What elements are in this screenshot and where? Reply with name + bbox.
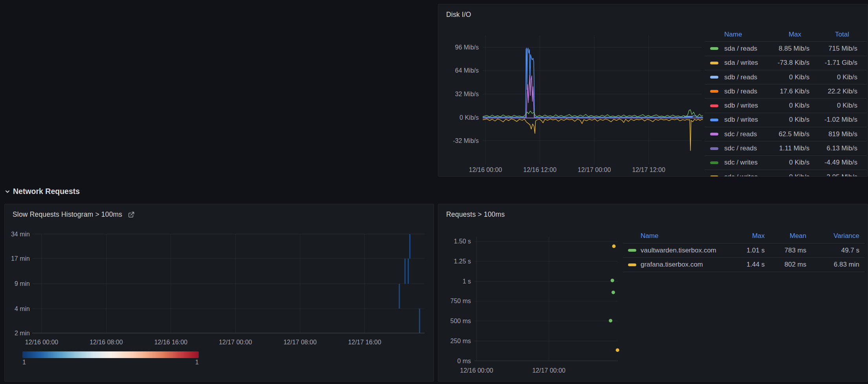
chevron-down-icon bbox=[5, 189, 10, 194]
series-color-swatch bbox=[710, 104, 718, 107]
legend-swatch-spacer bbox=[628, 234, 636, 237]
legend-cell-name: sdb / writes bbox=[724, 102, 764, 110]
color-scale-min: 1 bbox=[22, 359, 26, 366]
grafana-dashboard: Disk I/O 12/16 00:0012/16 12:0012/17 00:… bbox=[0, 0, 868, 384]
svg-text:12/16 00:00: 12/16 00:00 bbox=[469, 166, 502, 173]
legend-row[interactable]: grafana.tiserbox.com1.44 s802 ms6.83 min bbox=[623, 258, 864, 272]
legend-cell-name: sdc / reads bbox=[724, 130, 764, 138]
legend-cell-name: sdc / writes bbox=[724, 173, 764, 177]
legend-header-max[interactable]: Max bbox=[764, 31, 809, 38]
legend-header-mean[interactable]: Mean bbox=[765, 232, 806, 240]
svg-text:64 Mib/s: 64 Mib/s bbox=[455, 67, 479, 74]
legend-row[interactable]: sdb / reads17.6 Kib/s22.2 Kib/s bbox=[705, 84, 867, 99]
legend-cell-variance: 49.7 s bbox=[806, 247, 859, 254]
legend-cell-name: sdb / reads bbox=[724, 73, 764, 81]
requests-legend: Name Max Mean Variance vaultwarden.tiser… bbox=[623, 229, 864, 272]
svg-text:4 min: 4 min bbox=[15, 305, 30, 312]
legend-cell-name: vaultwarden.tiserbox.com bbox=[641, 247, 727, 254]
legend-cell-total: 22.2 Kib/s bbox=[809, 88, 857, 95]
svg-text:12/17 08:00: 12/17 08:00 bbox=[284, 339, 317, 346]
legend-header-total[interactable]: Total bbox=[809, 31, 857, 38]
legend-cell-total: -1.71 Gib/s bbox=[809, 59, 857, 67]
svg-text:12/16 00:00: 12/16 00:00 bbox=[25, 339, 59, 346]
svg-text:96 Mib/s: 96 Mib/s bbox=[455, 44, 479, 51]
legend-cell-mean: 802 ms bbox=[765, 261, 806, 269]
svg-text:12/17 00:00: 12/17 00:00 bbox=[219, 339, 252, 346]
svg-text:2 min: 2 min bbox=[15, 330, 30, 336]
section-row-network-requests[interactable]: Network Requests bbox=[5, 187, 80, 196]
color-scale-max: 1 bbox=[195, 359, 199, 366]
legend-cell-mean: 783 ms bbox=[765, 247, 806, 254]
legend-row[interactable]: sdc / reads62.5 Mib/s819 Mib/s bbox=[705, 127, 867, 141]
legend-cell-max: 62.5 Mib/s bbox=[764, 130, 809, 138]
legend-cell-max: 0 Kib/s bbox=[764, 73, 809, 81]
requests-legend-header-row: Name Max Mean Variance bbox=[623, 229, 864, 243]
legend-cell-max: 1.11 Mib/s bbox=[764, 144, 809, 152]
svg-text:12/17 12:00: 12/17 12:00 bbox=[632, 166, 665, 173]
legend-cell-name: sda / reads bbox=[724, 45, 764, 53]
legend-header-name[interactable]: Name bbox=[724, 31, 764, 38]
legend-row[interactable]: sda / writes-73.8 Kib/s-1.71 Gib/s bbox=[705, 56, 867, 70]
legend-cell-variance: 6.83 min bbox=[806, 261, 859, 269]
legend-cell-name: sda / writes bbox=[724, 59, 764, 67]
legend-row[interactable]: sdc / writes0 Kib/s-2.05 Mib/s bbox=[705, 170, 867, 177]
svg-text:1.50 s: 1.50 s bbox=[454, 238, 471, 245]
legend-cell-total: 6.13 Mib/s bbox=[809, 144, 857, 152]
legend-cell-max: 1.44 s bbox=[727, 261, 765, 269]
legend-cell-max: 1.01 s bbox=[727, 247, 765, 254]
legend-cell-max: 0 Kib/s bbox=[764, 116, 809, 124]
svg-text:0 Kib/s: 0 Kib/s bbox=[460, 114, 479, 121]
series-color-swatch bbox=[710, 119, 718, 121]
legend-row[interactable]: sda / reads8.85 Mib/s715 Mib/s bbox=[705, 42, 867, 56]
legend-cell-name: sdc / reads bbox=[724, 144, 764, 152]
legend-cell-max: -73.8 Kib/s bbox=[764, 59, 809, 67]
legend-row[interactable]: sdb / reads0 Kib/s0 Kib/s bbox=[705, 70, 867, 84]
series-color-swatch bbox=[628, 249, 636, 252]
legend-row[interactable]: sdc / writes0 Kib/s-4.49 Mib/s bbox=[705, 156, 867, 170]
panel-disk-io: Disk I/O 12/16 00:0012/16 12:0012/17 00:… bbox=[438, 4, 868, 177]
svg-text:34 min: 34 min bbox=[11, 231, 30, 238]
legend-header-name[interactable]: Name bbox=[641, 232, 727, 240]
legend-row[interactable]: sdc / reads1.11 Mib/s6.13 Mib/s bbox=[705, 141, 867, 155]
panel-slow-requests-histogram: Slow Requests Histogram > 100ms 12/16 00… bbox=[4, 204, 434, 382]
heatmap-color-scale-labels: 1 1 bbox=[22, 359, 199, 366]
legend-cell-max: 0 Kib/s bbox=[764, 173, 809, 177]
svg-text:17 min: 17 min bbox=[11, 255, 30, 262]
legend-header-max[interactable]: Max bbox=[727, 232, 765, 240]
series-color-swatch bbox=[710, 133, 718, 135]
legend-cell-name: sdb / writes bbox=[724, 116, 764, 124]
legend-cell-total: 819 Mib/s bbox=[809, 130, 857, 138]
legend-cell-total: -2.05 Mib/s bbox=[809, 173, 857, 177]
series-color-swatch bbox=[628, 263, 636, 266]
panel-requests-100ms: Requests > 100ms 12/16 00:0012/17 00:001… bbox=[438, 204, 868, 382]
legend-cell-name: grafana.tiserbox.com bbox=[641, 261, 727, 269]
svg-text:12/17 00:00: 12/17 00:00 bbox=[532, 367, 566, 374]
legend-row[interactable]: sdb / writes0 Kib/s0 Kib/s bbox=[705, 99, 867, 113]
legend-cell-total: -1.02 Mib/s bbox=[809, 116, 857, 124]
legend-swatch-spacer bbox=[710, 33, 718, 36]
legend-cell-total: -4.49 Mib/s bbox=[809, 159, 857, 166]
svg-text:500 ms: 500 ms bbox=[450, 318, 471, 324]
requests-legend-rows: vaultwarden.tiserbox.com1.01 s783 ms49.7… bbox=[623, 243, 864, 272]
legend-row[interactable]: sdb / writes0 Kib/s-1.02 Mib/s bbox=[705, 113, 867, 127]
series-color-swatch bbox=[710, 62, 718, 64]
svg-text:12/16 12:00: 12/16 12:00 bbox=[523, 166, 557, 173]
series-color-swatch bbox=[710, 176, 718, 177]
legend-cell-max: 0 Kib/s bbox=[764, 159, 809, 166]
legend-cell-name: sdb / reads bbox=[724, 88, 764, 95]
disk-legend-rows: sda / reads8.85 Mib/s715 Mib/ssda / writ… bbox=[705, 42, 867, 177]
svg-text:32 Mib/s: 32 Mib/s bbox=[455, 91, 479, 97]
section-title: Network Requests bbox=[13, 187, 80, 196]
disk-legend-header-row: Name Max Total bbox=[705, 27, 867, 42]
series-color-swatch bbox=[710, 47, 718, 50]
series-color-swatch bbox=[710, 147, 718, 150]
svg-text:12/16 16:00: 12/16 16:00 bbox=[154, 339, 188, 346]
svg-text:9 min: 9 min bbox=[15, 280, 30, 287]
legend-cell-max: 8.85 Mib/s bbox=[764, 45, 809, 53]
series-color-swatch bbox=[710, 76, 718, 79]
series-color-swatch bbox=[710, 90, 718, 93]
legend-row[interactable]: vaultwarden.tiserbox.com1.01 s783 ms49.7… bbox=[623, 243, 864, 258]
legend-header-variance[interactable]: Variance bbox=[806, 232, 859, 240]
legend-cell-total: 0 Kib/s bbox=[809, 102, 857, 110]
legend-cell-max: 0 Kib/s bbox=[764, 102, 809, 110]
